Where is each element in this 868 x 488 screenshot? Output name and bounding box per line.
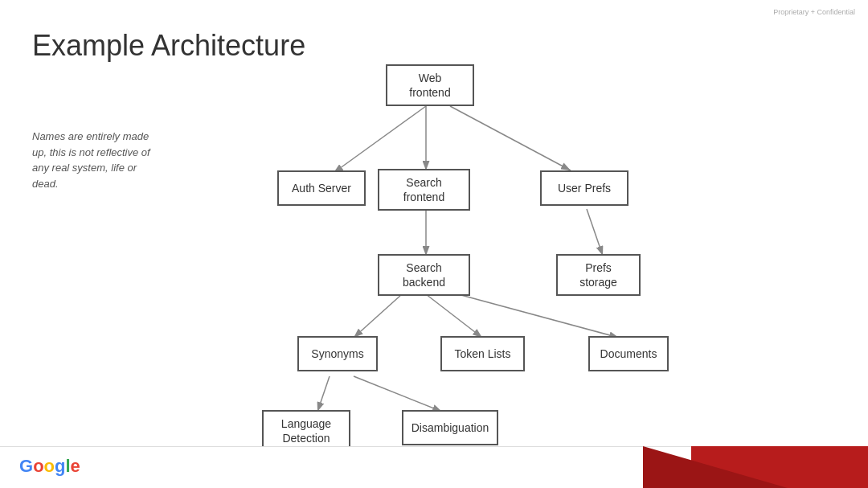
- logo-e: e: [71, 456, 80, 476]
- box-user-prefs: User Prefs: [540, 170, 628, 206]
- logo-g2: g: [55, 456, 65, 476]
- logo-o1: o: [33, 456, 43, 476]
- footer-bar: Google: [0, 446, 868, 488]
- box-auth-server: Auth Server: [277, 170, 366, 206]
- logo-o2: o: [44, 456, 55, 476]
- box-search-backend: Search backend: [378, 254, 470, 296]
- svg-line-10: [354, 376, 442, 412]
- red-accent-mid: [643, 446, 788, 488]
- google-logo: Google: [19, 456, 80, 477]
- slide-note: Names are entirely made up, this is not …: [32, 129, 161, 191]
- box-documents: Documents: [588, 336, 669, 371]
- svg-line-5: [587, 209, 603, 256]
- svg-line-3: [450, 106, 571, 170]
- box-search-frontend: Search frontend: [378, 169, 470, 211]
- architecture-diagram: Web frontend Auth Server Search frontend…: [193, 40, 836, 466]
- box-prefs-storage: Prefs storage: [556, 254, 641, 296]
- connector-arrows: [193, 40, 836, 466]
- box-web-frontend: Web frontend: [386, 64, 474, 106]
- proprietary-label: Proprietary + Confidential: [773, 8, 855, 16]
- logo-g: G: [19, 456, 33, 476]
- svg-line-7: [426, 294, 482, 338]
- svg-line-9: [317, 376, 330, 412]
- box-synonyms: Synonyms: [297, 336, 378, 371]
- box-disambiguation: Disambiguation: [402, 410, 498, 445]
- slide: Proprietary + Confidential Example Archi…: [0, 0, 868, 488]
- svg-line-1: [334, 106, 426, 173]
- box-token-lists: Token Lists: [440, 336, 525, 371]
- svg-line-6: [354, 294, 402, 338]
- svg-line-8: [458, 294, 619, 338]
